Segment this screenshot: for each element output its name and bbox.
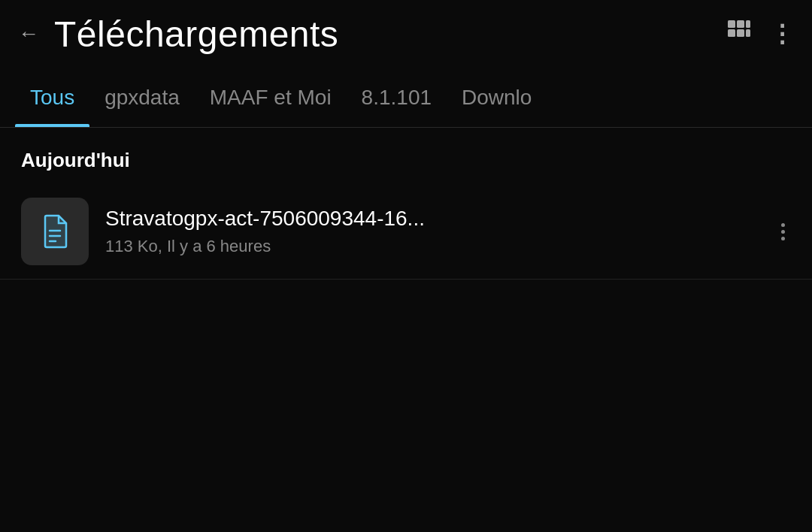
tabs-bar: Tous gpxdata MAAF et Moi 8.1.101 Downlo: [0, 68, 812, 128]
app-header: ← Téléchargements ⋮: [0, 0, 812, 68]
file-meta: 113 Ko, Il y a 6 heures: [105, 237, 759, 256]
tab-tous[interactable]: Tous: [15, 68, 89, 127]
svg-rect-2: [746, 20, 750, 28]
file-name: Stravatogpx-act-7506009344-16...: [105, 207, 759, 231]
document-icon: [38, 214, 72, 249]
more-options-icon[interactable]: ⋮: [770, 20, 794, 48]
section-today-header: Aujourd'hui: [0, 128, 812, 184]
file-icon-wrapper: [21, 198, 89, 265]
list-item[interactable]: Stravatogpx-act-7506009344-16... 113 Ko,…: [0, 184, 812, 280]
tab-downlo[interactable]: Downlo: [447, 68, 547, 127]
header-actions: ⋮: [726, 19, 794, 50]
tab-8.1.101[interactable]: 8.1.101: [347, 68, 447, 127]
svg-rect-3: [728, 29, 735, 37]
grid-view-icon[interactable]: [726, 19, 752, 50]
file-more-options[interactable]: [775, 217, 791, 246]
svg-rect-0: [728, 20, 735, 28]
svg-rect-4: [737, 29, 744, 37]
svg-rect-1: [737, 20, 744, 28]
file-details: Stravatogpx-act-7506009344-16... 113 Ko,…: [105, 207, 759, 256]
back-button[interactable]: ←: [18, 23, 39, 44]
tab-gpxdata[interactable]: gpxdata: [89, 68, 195, 127]
content-area: Aujourd'hui Stravatogpx-act-7506009344-1…: [0, 128, 812, 280]
tab-maaf[interactable]: MAAF et Moi: [195, 68, 347, 127]
page-title: Téléchargements: [54, 14, 726, 55]
svg-rect-5: [746, 29, 750, 37]
